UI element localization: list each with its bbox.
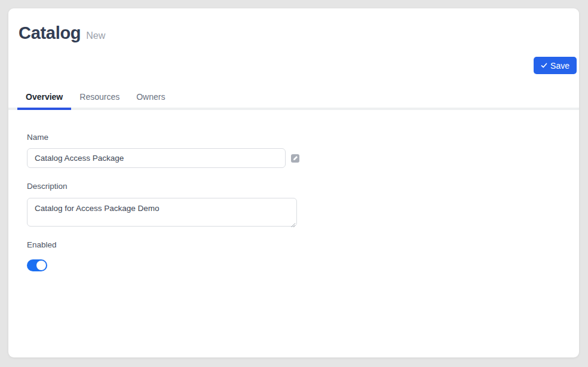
check-icon bbox=[541, 62, 547, 69]
toolbar: Save bbox=[8, 57, 579, 74]
description-field-label: Description bbox=[27, 182, 579, 191]
overview-tab-panel: Name Description Catalog for Access Pack… bbox=[8, 133, 579, 271]
save-button[interactable]: Save bbox=[534, 57, 577, 74]
save-button-label: Save bbox=[550, 61, 569, 71]
description-field-row: Catalog for Access Package Demo bbox=[27, 198, 297, 227]
page-header: Catalog New bbox=[8, 8, 579, 43]
tab-resources[interactable]: Resources bbox=[71, 87, 128, 110]
edit-name-button[interactable] bbox=[291, 154, 299, 163]
name-field-row bbox=[27, 148, 579, 168]
pencil-icon bbox=[293, 154, 298, 163]
resize-handle-icon[interactable] bbox=[290, 219, 296, 225]
tab-owners[interactable]: Owners bbox=[128, 87, 173, 110]
tab-bar: Overview Resources Owners bbox=[8, 87, 579, 110]
tab-overview[interactable]: Overview bbox=[17, 87, 71, 110]
enabled-toggle[interactable] bbox=[27, 259, 47, 271]
page-title: Catalog bbox=[19, 23, 81, 43]
enabled-field-label: Enabled bbox=[27, 240, 579, 249]
name-input[interactable] bbox=[27, 148, 286, 168]
description-textarea[interactable]: Catalog for Access Package Demo bbox=[27, 198, 297, 227]
catalog-card: Catalog New Save Overview Resources Owne… bbox=[8, 8, 579, 357]
name-field-label: Name bbox=[27, 133, 579, 142]
toggle-knob bbox=[36, 261, 46, 270]
page-subtitle-badge: New bbox=[86, 30, 105, 41]
